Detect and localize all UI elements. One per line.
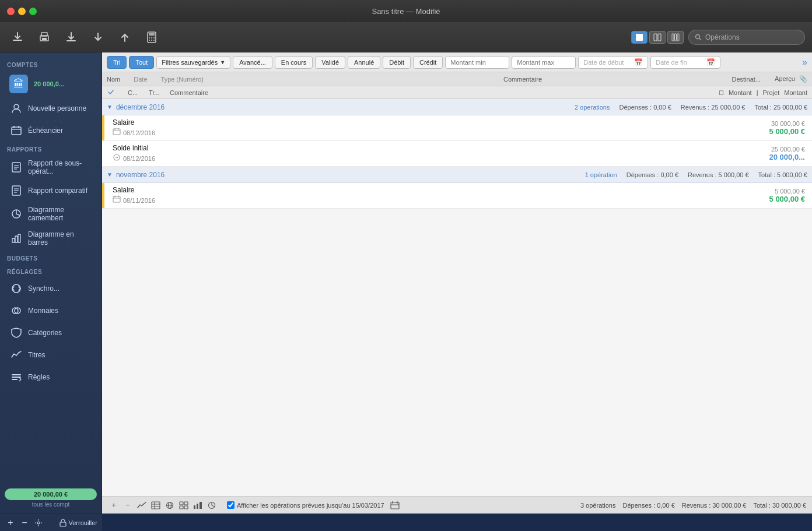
filter-expand-button[interactable]: »: [802, 57, 807, 68]
date-debut-input[interactable]: Date de début 📅: [578, 56, 648, 69]
svg-point-7: [149, 37, 150, 38]
filter-credit-button[interactable]: Crédit: [413, 56, 443, 69]
calendar-view-icon[interactable]: [389, 500, 401, 511]
date-fin-input[interactable]: Date de fin 📅: [650, 56, 720, 69]
op-amount-orig: 25 000,00 €: [719, 146, 805, 153]
view-split-icon[interactable]: [649, 31, 666, 44]
svg-rect-14: [654, 34, 657, 41]
filter-tout-button[interactable]: Tout: [129, 56, 154, 69]
sub-headers-row: C... Tr... Commentaire ◻ Montant | Proje…: [102, 86, 812, 99]
svg-point-9: [153, 37, 155, 38]
view-triple-icon[interactable]: [667, 31, 684, 44]
sidebar-account-item[interactable]: 🏛 20 000,0...: [2, 71, 99, 97]
montant-min-input[interactable]: [445, 56, 509, 69]
filter-debit-button[interactable]: Débit: [383, 56, 411, 69]
filter-saved-dropdown[interactable]: Filtres sauvegardés ▼: [156, 56, 230, 69]
person-icon: [9, 101, 23, 115]
sidebar-item-regles[interactable]: Règles: [2, 367, 99, 388]
svg-rect-3: [42, 38, 47, 40]
month-label: décembre 2016: [116, 103, 164, 111]
filter-avance-button[interactable]: Avancé...: [233, 56, 272, 69]
month-total: Total : 5 000,00 €: [758, 171, 807, 178]
pie-chart-small-icon[interactable]: [206, 500, 218, 511]
grid-icon[interactable]: [178, 500, 190, 511]
sidebar: Comptes 🏛 20 000,0... Nouvelle personne …: [0, 52, 102, 514]
op-amount-main: 5 000,00 €: [719, 127, 805, 136]
close-button[interactable]: [7, 8, 15, 15]
filter-annule-button[interactable]: Annulé: [348, 56, 380, 69]
month-header-dec2016[interactable]: ▼ décembre 2016 2 operations Dépenses : …: [102, 99, 812, 115]
table-icon[interactable]: [150, 500, 162, 511]
import-icon[interactable]: [7, 27, 28, 48]
filter-valide-button[interactable]: Validé: [315, 56, 345, 69]
sidebar-rapport-comparatif-label: Rapport comparatif: [28, 187, 88, 195]
operations-list: ▼ décembre 2016 2 operations Dépenses : …: [102, 99, 812, 496]
sidebar-remove-button[interactable]: −: [19, 517, 30, 529]
maximize-button[interactable]: [29, 8, 37, 15]
sidebar-item-categories[interactable]: Catégories: [2, 322, 99, 343]
remove-operation-button[interactable]: −: [122, 500, 134, 511]
sidebar-item-echeancier[interactable]: Échéancier: [2, 120, 99, 141]
op-date: 08/12/2016: [123, 129, 155, 136]
operation-row-op3[interactable]: Salaire 08/11/2016 5 000,00 € 5 000,00 €: [102, 183, 812, 209]
sidebar-nouvelle-personne-label: Nouvelle personne: [28, 104, 86, 112]
sidebar-camembert-label: Diagramme camembert: [28, 206, 92, 222]
bar-chart-small-icon[interactable]: [192, 500, 204, 511]
sidebar-settings-icon[interactable]: [33, 517, 44, 529]
sidebar-item-nouvelle-personne[interactable]: Nouvelle personne: [2, 98, 99, 119]
svg-rect-43: [113, 129, 120, 135]
print-icon[interactable]: [34, 27, 55, 48]
montant-max-input[interactable]: [512, 56, 576, 69]
sidebar-titres-label: Titres: [28, 351, 46, 359]
svg-rect-37: [18, 234, 20, 242]
sidebar-item-titres[interactable]: Titres: [2, 344, 99, 365]
search-box[interactable]: Opérations: [688, 30, 805, 45]
sidebar-section-comptes: Comptes: [0, 57, 102, 71]
filter-tri-button[interactable]: Tri: [107, 56, 127, 69]
show-preview-checkbox[interactable]: [227, 501, 235, 509]
sidebar-item-barres[interactable]: Diagramme en barres: [2, 227, 99, 250]
sidebar-add-button[interactable]: +: [5, 517, 16, 529]
subheader-commentaire: Commentaire: [170, 89, 640, 96]
svg-point-12: [153, 40, 155, 41]
arrow-up-icon[interactable]: [114, 27, 135, 48]
total-balance-value: 20 000,00 €: [34, 491, 68, 498]
sidebar-item-rapport-comparatif[interactable]: Rapport comparatif: [2, 180, 99, 201]
operation-row-op1[interactable]: Salaire 08/12/2016 30 000,00 € 5 000,00 …: [102, 115, 812, 141]
download-icon[interactable]: [61, 27, 82, 48]
show-preview-checkbox-label[interactable]: Afficher les opérations prévues jusqu'au…: [227, 501, 384, 509]
svg-rect-16: [672, 34, 674, 41]
statusbar-depenses: Dépenses : 0,00 €: [622, 502, 674, 509]
month-header-nov2016[interactable]: ▼ novembre 2016 1 opération Dépenses : 0…: [102, 167, 812, 183]
op-date-icon: [113, 128, 121, 138]
sidebar-footer: + − Verrouiller: [0, 514, 102, 531]
sidebar-item-rapport-sous[interactable]: Rapport de sous-opérat...: [2, 156, 99, 179]
minimize-button[interactable]: [18, 8, 26, 15]
svg-rect-42: [12, 379, 18, 380]
filter-en-cours-button[interactable]: En cours: [275, 56, 313, 69]
content-area: Tri Tout Filtres sauvegardés ▼ Avancé...…: [102, 52, 812, 514]
lock-button[interactable]: Verrouiller: [60, 519, 97, 527]
subheader-tr: Tr...: [149, 89, 166, 96]
add-operation-button[interactable]: +: [108, 500, 120, 511]
arrow-down-icon[interactable]: [88, 27, 108, 48]
svg-point-8: [151, 37, 152, 38]
view-single-icon[interactable]: [631, 31, 648, 44]
calculator-icon[interactable]: [141, 27, 162, 48]
operation-row-op2[interactable]: Solde initial 08/12/2016 25 000,00 € 20 …: [102, 141, 812, 167]
currency-icon: [9, 304, 23, 318]
globe-icon[interactable]: [164, 500, 176, 511]
sidebar-item-monnaies[interactable]: Monnaies: [2, 300, 99, 321]
svg-rect-48: [113, 196, 120, 202]
sidebar-item-camembert[interactable]: Diagramme camembert: [2, 202, 99, 226]
col-header-dest: Destinat...: [691, 76, 761, 83]
sidebar-item-synchro[interactable]: Synchro...: [2, 278, 99, 299]
chart-line-icon[interactable]: [136, 500, 148, 511]
svg-rect-4: [66, 40, 76, 41]
col-subheader-date: Date: [134, 76, 147, 83]
month-arrow-icon: ▼: [107, 171, 113, 178]
op-date-row: 08/11/2016: [113, 195, 714, 205]
svg-rect-67: [391, 502, 399, 509]
subheader-projet: Projet: [763, 89, 780, 96]
sidebar-section-budgets: Budgets: [0, 251, 102, 264]
